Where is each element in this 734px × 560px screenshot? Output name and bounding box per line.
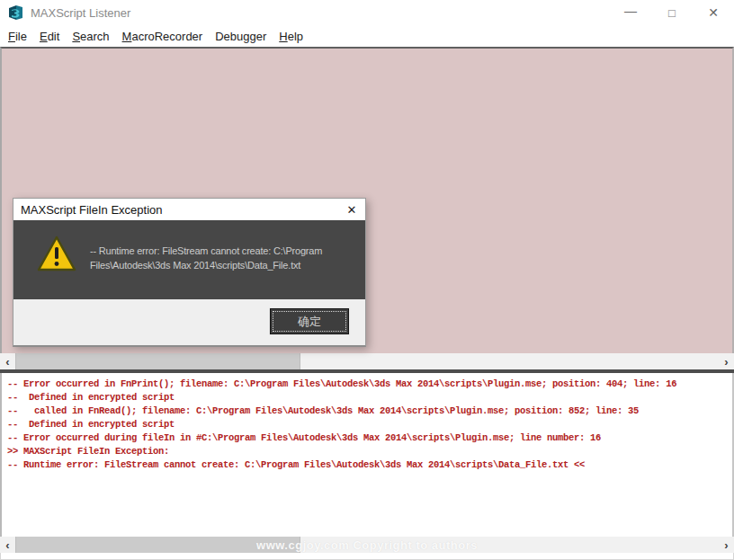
menu-search[interactable]: Search <box>66 28 115 45</box>
scroll-left-icon[interactable]: ‹ <box>0 537 15 553</box>
scroll-right-icon[interactable]: › <box>719 353 734 369</box>
dialog-title: MAXScript FileIn Exception <box>21 203 163 217</box>
listener-error-line: -- Defined in encrypted script <box>7 391 732 404</box>
maxscript-listener-window: { "titlebar": { "title": "MAXScript List… <box>0 0 734 560</box>
menubar: File Edit Search MacroRecorder Debugger … <box>0 25 734 47</box>
scrollbar-thumb[interactable] <box>15 353 300 369</box>
warning-triangle-icon <box>37 236 76 271</box>
dialog-message: -- Runtime error: FileStream cannot crea… <box>90 244 322 272</box>
menu-debugger[interactable]: Debugger <box>209 28 273 45</box>
dialog-close-icon: ✕ <box>347 203 357 217</box>
maximize-button[interactable]: □ <box>651 0 693 25</box>
dialog-footer: 确定 <box>13 299 365 345</box>
window-title: MAXScript Listener <box>31 6 130 20</box>
dialog-message-line: Files\Autodesk\3ds Max 2014\scripts\Data… <box>90 258 322 272</box>
scroll-left-icon[interactable]: ‹ <box>0 353 15 369</box>
watermark-text: www.cgjoy.com Copyright to authors <box>256 538 478 552</box>
listener-error-line: -- Defined in encrypted script <box>7 418 732 431</box>
window-controls: — □ ✕ <box>610 0 734 25</box>
3dsmax-logo-icon <box>8 5 23 20</box>
listener-error-line: >> MAXScript FileIn Exception: <box>7 445 732 458</box>
minimize-icon: — <box>624 4 637 18</box>
menu-edit[interactable]: Edit <box>33 28 66 45</box>
fileIn-exception-dialog: MAXScript FileIn Exception ✕ -- Runtime … <box>13 198 366 347</box>
menu-macrorecorder[interactable]: MacroRecorder <box>116 28 210 45</box>
dialog-body: -- Runtime error: FileStream cannot crea… <box>13 220 365 299</box>
dialog-message-line: -- Runtime error: FileStream cannot crea… <box>90 244 322 258</box>
ok-button[interactable]: 确定 <box>270 308 349 334</box>
listener-output-pane[interactable]: -- Error occurred in FnPrint(); filename… <box>0 373 734 537</box>
scroll-right-icon[interactable]: › <box>719 537 734 553</box>
menu-file[interactable]: File <box>2 28 33 45</box>
listener-error-line: -- Error occurred in FnPrint(); filename… <box>7 378 732 391</box>
dialog-close-button[interactable]: ✕ <box>338 199 365 220</box>
listener-error-line: -- called in FnRead(); filename: C:\Prog… <box>7 404 732 418</box>
window-titlebar[interactable]: MAXScript Listener — □ ✕ <box>0 0 734 25</box>
listener-error-line: -- Runtime error: FileStream cannot crea… <box>7 458 732 472</box>
minimize-button[interactable]: — <box>610 0 651 25</box>
listener-error-line: -- Error occurred during fileIn in #C:\P… <box>7 431 732 445</box>
dialog-titlebar[interactable]: MAXScript FileIn Exception ✕ <box>13 199 365 220</box>
close-icon: ✕ <box>708 5 719 20</box>
recorder-horizontal-scrollbar[interactable]: ‹ › <box>0 353 734 369</box>
menu-help[interactable]: Help <box>273 28 309 45</box>
maximize-icon: □ <box>668 6 676 20</box>
close-button[interactable]: ✕ <box>693 0 734 25</box>
